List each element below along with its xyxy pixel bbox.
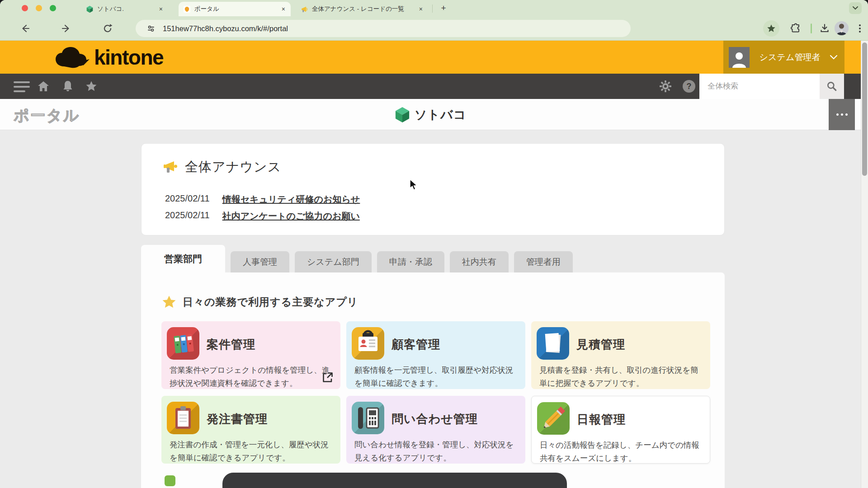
extensions-button[interactable]	[790, 23, 801, 34]
help-button[interactable]: ?	[683, 80, 695, 93]
app-card-quote-management[interactable]: 見積管理 見積書を登録・共有し、取引の進行状況を簡単に把握できるアプリです。	[531, 321, 710, 389]
reload-icon	[102, 23, 113, 34]
tab-application-approval[interactable]: 申請・承認	[377, 251, 444, 273]
id-card-icon	[352, 327, 384, 360]
tab-system-department[interactable]: システム部門	[295, 251, 372, 273]
macos-dock-hint	[222, 473, 567, 488]
tab-title: 全体アナウンス - レコードの一覧	[312, 5, 404, 13]
browser-tab-sotobako[interactable]: ソトバコ. ×	[81, 2, 168, 16]
browser-window: ソトバコ. × ポータル × 全体アナウンス - レコードの一覧 × +	[0, 0, 868, 488]
forward-button[interactable]	[61, 23, 71, 34]
new-tab-button[interactable]: +	[438, 2, 449, 14]
back-arrow-icon	[20, 23, 31, 34]
announcement-card: 全体アナウンス 2025/02/11 情報セキュリティ研修のお知らせ 2025/…	[141, 143, 725, 235]
mouse-cursor	[409, 179, 419, 191]
url-bar[interactable]: 151hew77hc8h.cybozu.com/k/#/portal	[136, 20, 631, 37]
site-name: ソトバコ	[415, 107, 467, 123]
profile-photo	[835, 21, 849, 35]
announcement-row: 2025/02/11 社内アンケートのご協力のお願い	[165, 210, 360, 222]
notifications-button[interactable]	[61, 80, 74, 93]
download-icon	[819, 23, 830, 34]
search-submit-button[interactable]	[820, 74, 844, 99]
chevron-down-icon	[853, 6, 858, 10]
section-title: 日々の業務で利用する主要なアプリ	[183, 295, 358, 309]
settings-button[interactable]	[659, 80, 672, 93]
portal-options-button[interactable]	[829, 99, 855, 130]
portal-main-panel: 日々の業務で利用する主要なアプリ 案件管理 営業案件やプロジェクトの情報を管理し…	[141, 272, 725, 488]
chevron-down-icon	[830, 55, 837, 60]
site-logo[interactable]: ソトバコ	[0, 99, 861, 130]
browser-tab-portal[interactable]: ポータル ×	[179, 2, 291, 16]
tab-hr-management[interactable]: 人事管理	[231, 251, 289, 273]
bookmark-button[interactable]	[763, 20, 779, 37]
favorites-button[interactable]	[85, 80, 98, 93]
app-card-case-management[interactable]: 案件管理 営業案件やプロジェクトの情報を管理し、進捗状況や関連資料を確認できます…	[161, 321, 340, 389]
app-card-inquiry-management[interactable]: 問い合わせ管理 問い合わせ情報を登録・管理し、対応状況を見える化するアプリです。	[346, 396, 525, 464]
global-search-input[interactable]	[699, 74, 820, 99]
tab-administrator[interactable]: 管理者用	[514, 251, 573, 273]
tab-sales-department[interactable]: 営業部門	[141, 245, 225, 273]
kintone-logo[interactable]: kintone	[53, 45, 163, 70]
app-grid: 案件管理 営業案件やプロジェクトの情報を管理し、進捗状況や関連資料を確認できます…	[161, 321, 710, 464]
gear-icon	[659, 80, 672, 93]
reload-button[interactable]	[102, 23, 113, 34]
portal-favicon	[183, 5, 191, 13]
browser-tab-announcements[interactable]: 全体アナウンス - レコードの一覧 ×	[296, 2, 428, 16]
browser-tabstrip: ソトバコ. × ポータル × 全体アナウンス - レコードの一覧 × +	[0, 0, 868, 16]
kintone-cloud-icon	[53, 46, 90, 69]
bookmark-star-icon	[766, 23, 776, 33]
announcement-date: 2025/02/11	[165, 210, 210, 222]
addressbar-separator	[811, 23, 812, 33]
external-link-icon[interactable]	[321, 371, 334, 384]
zoom-window-button[interactable]	[50, 5, 56, 11]
sotobako-logo-icon	[395, 106, 410, 123]
home-button[interactable]	[37, 80, 50, 93]
url-text[interactable]: 151hew77hc8h.cybozu.com/k/#/portal	[163, 24, 288, 33]
app-name: 発注書管理	[207, 411, 268, 427]
announcement-link[interactable]: 社内アンケートのご協力のお願い	[222, 210, 360, 222]
portal-header: ポータル ソトバコ	[0, 99, 861, 130]
user-menu[interactable]: システム管理者	[723, 41, 844, 74]
three-dot-menu-icon	[854, 23, 865, 34]
app-card-daily-report-management[interactable]: 日報管理 日々の活動報告を記録し、チーム内での情報共有をスムーズにします。	[531, 396, 710, 464]
section-header: 日々の業務で利用する主要なアプリ	[162, 295, 358, 309]
app-description: 顧客情報を一元管理し、取引履歴や対応状況を簡単に確認できます。	[354, 364, 515, 390]
user-avatar	[729, 47, 750, 68]
kintone-logo-text: kintone	[94, 45, 163, 70]
page-scrollbar[interactable]	[861, 41, 868, 488]
announcement-title: 全体アナウンス	[185, 158, 281, 176]
app-card-purchase-order-management[interactable]: 発注書管理 発注書の作成・管理を一元化し、履歴や状況を簡単に確認できるアプリです…	[161, 396, 340, 464]
scrollbar-thumb[interactable]	[862, 42, 867, 176]
close-window-button[interactable]	[22, 5, 28, 11]
app-description: 見積書を登録・共有し、取引の進行状況を簡単に把握できるアプリです。	[539, 364, 700, 390]
site-controls-icon	[146, 24, 156, 33]
kintone-header: kintone システム管理者	[0, 41, 861, 74]
app-name: 見積管理	[576, 337, 625, 352]
pencil-icon	[537, 402, 570, 435]
clipboard-icon	[167, 402, 199, 434]
app-card-customer-management[interactable]: 顧客管理 顧客情報を一元管理し、取引履歴や対応状況を簡単に確認できます。	[346, 321, 525, 389]
minimize-window-button[interactable]	[36, 5, 42, 11]
browser-menu-button[interactable]	[854, 23, 865, 34]
announcement-link[interactable]: 情報セキュリティ研修のお知らせ	[222, 193, 360, 206]
browser-profile-avatar[interactable]	[835, 21, 849, 35]
announcement-header: 全体アナウンス	[163, 158, 281, 176]
close-tab-icon[interactable]: ×	[418, 5, 424, 13]
binders-icon	[167, 327, 199, 360]
app-description: 発注書の作成・管理を一元化し、履歴や状況を簡単に確認できるアプリです。	[170, 438, 330, 465]
home-icon	[37, 80, 50, 93]
sotobako-favicon	[86, 5, 94, 13]
forward-arrow-icon	[61, 23, 71, 34]
announcement-date: 2025/02/11	[165, 193, 210, 206]
close-tab-icon[interactable]: ×	[281, 5, 286, 13]
app-name: 顧客管理	[392, 337, 440, 352]
apps-menu-button[interactable]	[14, 81, 30, 95]
downloads-button[interactable]	[819, 23, 830, 34]
close-tab-icon[interactable]: ×	[158, 5, 164, 13]
tab-search-button[interactable]	[849, 2, 862, 14]
back-button[interactable]	[20, 23, 31, 34]
tab-internal-sharing[interactable]: 社内共有	[450, 251, 509, 273]
window-controls	[22, 5, 56, 11]
portal-category-tabs: 営業部門 人事管理 システム部門 申請・承認 社内共有 管理者用	[141, 245, 578, 273]
app-description: 日々の活動報告を記録し、チーム内での情報共有をスムーズにします。	[540, 439, 701, 465]
